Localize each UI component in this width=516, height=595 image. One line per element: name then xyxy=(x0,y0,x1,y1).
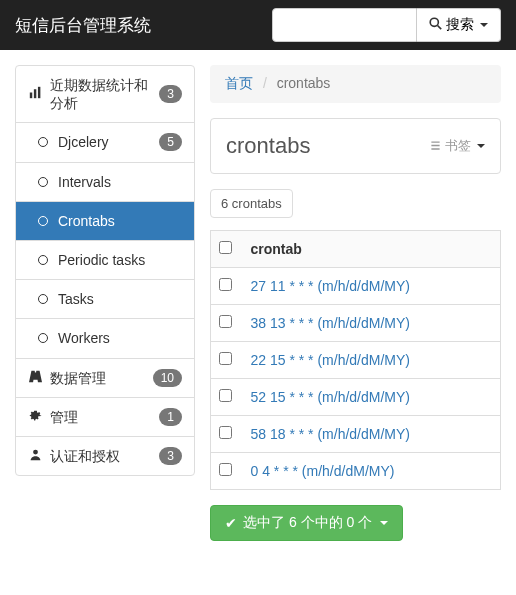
row-checkbox-cell xyxy=(211,379,243,416)
bar-icon xyxy=(28,86,42,102)
row-cell: 38 13 * * * (m/h/d/dM/MY) xyxy=(243,305,501,342)
check-icon: ✔ xyxy=(225,515,237,531)
crontab-link[interactable]: 38 13 * * * (m/h/d/dM/MY) xyxy=(251,315,411,331)
sidebar-item-label: Workers xyxy=(58,329,182,347)
circle-icon xyxy=(36,291,50,307)
row-checkbox[interactable] xyxy=(219,352,232,365)
sidebar-item-label: Periodic tasks xyxy=(58,251,182,269)
crontab-link[interactable]: 22 15 * * * (m/h/d/dM/MY) xyxy=(251,352,411,368)
sidebar-item-0[interactable]: 近期数据统计和分析3 xyxy=(16,66,194,123)
sidebar-item-label: Djcelery xyxy=(58,133,151,151)
table-row: 52 15 * * * (m/h/d/dM/MY) xyxy=(211,379,501,416)
svg-rect-4 xyxy=(37,87,39,98)
table-row: 38 13 * * * (m/h/d/dM/MY) xyxy=(211,305,501,342)
row-checkbox-cell xyxy=(211,416,243,453)
select-all-checkbox[interactable] xyxy=(219,241,232,254)
svg-point-5 xyxy=(33,450,38,455)
sidebar-item-3[interactable]: Crontabs xyxy=(16,202,194,241)
sidebar-item-6[interactable]: Workers xyxy=(16,319,194,358)
svg-rect-2 xyxy=(29,93,31,99)
row-checkbox[interactable] xyxy=(219,426,232,439)
gear-icon xyxy=(28,409,42,425)
row-checkbox-cell xyxy=(211,453,243,490)
sidebar-item-label: 认证和授权 xyxy=(50,447,151,465)
svg-line-1 xyxy=(438,26,442,30)
selection-button[interactable]: ✔ 选中了 6 个中的 0 个 xyxy=(210,505,403,541)
navbar: 短信后台管理系统 搜索 xyxy=(0,0,516,50)
search-form: 搜索 xyxy=(272,8,501,42)
search-label: 搜索 xyxy=(446,16,474,34)
page-title: crontabs xyxy=(226,133,310,159)
row-checkbox-cell xyxy=(211,305,243,342)
circle-icon xyxy=(36,174,50,190)
search-button[interactable]: 搜索 xyxy=(417,8,501,42)
table-row: 27 11 * * * (m/h/d/dM/MY) xyxy=(211,268,501,305)
search-input[interactable] xyxy=(272,8,417,42)
circle-icon xyxy=(36,213,50,229)
breadcrumb-home[interactable]: 首页 xyxy=(225,75,253,91)
sidebar-item-2[interactable]: Intervals xyxy=(16,163,194,202)
sidebar-badge: 3 xyxy=(159,447,182,465)
sidebar-item-9[interactable]: 认证和授权3 xyxy=(16,437,194,475)
circle-icon xyxy=(36,134,50,150)
sidebar-item-label: Crontabs xyxy=(58,212,182,230)
crontab-table: crontab 27 11 * * * (m/h/d/dM/MY)38 13 *… xyxy=(210,230,501,490)
breadcrumb-current: crontabs xyxy=(277,75,331,91)
count-badge: 6 crontabs xyxy=(210,189,293,218)
row-cell: 0 4 * * * (m/h/d/dM/MY) xyxy=(243,453,501,490)
brand-title: 短信后台管理系统 xyxy=(15,14,151,37)
row-cell: 27 11 * * * (m/h/d/dM/MY) xyxy=(243,268,501,305)
bookmark-icon xyxy=(430,139,441,154)
bookmark-toggle[interactable]: 书签 xyxy=(430,137,485,155)
row-cell: 58 18 * * * (m/h/d/dM/MY) xyxy=(243,416,501,453)
row-checkbox-cell xyxy=(211,268,243,305)
sidebar: 近期数据统计和分析3Djcelery5IntervalsCrontabsPeri… xyxy=(15,65,195,476)
sidebar-item-label: Tasks xyxy=(58,290,182,308)
road-icon xyxy=(28,370,42,386)
breadcrumb-separator: / xyxy=(257,75,273,91)
svg-rect-3 xyxy=(33,89,35,98)
sidebar-item-label: 近期数据统计和分析 xyxy=(50,76,151,112)
caret-down-icon xyxy=(477,144,485,148)
table-row: 58 18 * * * (m/h/d/dM/MY) xyxy=(211,416,501,453)
row-checkbox[interactable] xyxy=(219,389,232,402)
selection-label: 选中了 6 个中的 0 个 xyxy=(243,514,372,532)
table-row: 22 15 * * * (m/h/d/dM/MY) xyxy=(211,342,501,379)
row-cell: 52 15 * * * (m/h/d/dM/MY) xyxy=(243,379,501,416)
bookmark-label: 书签 xyxy=(445,137,471,155)
breadcrumb: 首页 / crontabs xyxy=(210,65,501,103)
row-checkbox-cell xyxy=(211,342,243,379)
circle-icon xyxy=(36,252,50,268)
svg-point-0 xyxy=(430,18,438,26)
column-header-crontab: crontab xyxy=(243,231,501,268)
sidebar-item-label: 数据管理 xyxy=(50,369,145,387)
sidebar-item-5[interactable]: Tasks xyxy=(16,280,194,319)
row-checkbox[interactable] xyxy=(219,278,232,291)
user-icon xyxy=(28,448,42,464)
sidebar-item-label: 管理 xyxy=(50,408,151,426)
caret-down-icon xyxy=(380,521,388,525)
row-checkbox[interactable] xyxy=(219,463,232,476)
circle-icon xyxy=(36,330,50,346)
sidebar-badge: 1 xyxy=(159,408,182,426)
sidebar-badge: 10 xyxy=(153,369,182,387)
row-cell: 22 15 * * * (m/h/d/dM/MY) xyxy=(243,342,501,379)
main-content: 首页 / crontabs crontabs 书签 6 crontabs cro… xyxy=(210,65,501,541)
crontab-link[interactable]: 58 18 * * * (m/h/d/dM/MY) xyxy=(251,426,411,442)
search-icon xyxy=(429,17,442,33)
page-header: crontabs 书签 xyxy=(210,118,501,174)
sidebar-item-label: Intervals xyxy=(58,173,182,191)
row-checkbox[interactable] xyxy=(219,315,232,328)
sidebar-badge: 5 xyxy=(159,133,182,151)
sidebar-item-7[interactable]: 数据管理10 xyxy=(16,359,194,398)
crontab-link[interactable]: 0 4 * * * (m/h/d/dM/MY) xyxy=(251,463,395,479)
sidebar-item-4[interactable]: Periodic tasks xyxy=(16,241,194,280)
sidebar-item-1[interactable]: Djcelery5 xyxy=(16,123,194,162)
crontab-link[interactable]: 52 15 * * * (m/h/d/dM/MY) xyxy=(251,389,411,405)
sidebar-badge: 3 xyxy=(159,85,182,103)
sidebar-item-8[interactable]: 管理1 xyxy=(16,398,194,437)
table-row: 0 4 * * * (m/h/d/dM/MY) xyxy=(211,453,501,490)
crontab-link[interactable]: 27 11 * * * (m/h/d/dM/MY) xyxy=(251,278,411,294)
select-all-header xyxy=(211,231,243,268)
caret-down-icon xyxy=(480,23,488,27)
